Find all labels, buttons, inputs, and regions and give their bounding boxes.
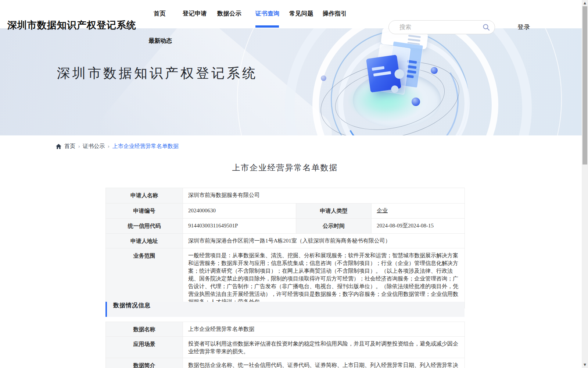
breadcrumb-separator: › bbox=[78, 144, 80, 149]
search-icon[interactable] bbox=[483, 24, 490, 31]
page: 深圳市数据知识产权登记系统 首页 登记申请 数据公示 证书查询 常见问题 操作指… bbox=[0, 0, 588, 368]
breadcrumb-certificate-publicity[interactable]: 证书公示 bbox=[83, 143, 105, 150]
nav-item-data-publicity[interactable]: 数据公示 bbox=[217, 10, 241, 18]
applicant-type-value: 企业 bbox=[377, 208, 388, 213]
scrollbar-thumb[interactable] bbox=[582, 6, 587, 164]
field-label: 申请人名称 bbox=[106, 188, 183, 204]
hero-ticket-icon bbox=[366, 55, 401, 93]
field-value: 2024-08-09至2024-08-15 bbox=[372, 219, 465, 234]
dataset-info-table: 数据名称 上市企业经营异常名单数据 应用场景 投资者可以利用这些数据来评估潜在投… bbox=[105, 322, 465, 368]
field-label: 数据名称 bbox=[106, 322, 183, 337]
field-value: 一般经营项目是：从事数据采集、清洗、挖掘、分析和展现服务；软件开发和运营；智慧城… bbox=[183, 248, 465, 308]
field-value: 91440300311649501P bbox=[183, 219, 296, 234]
table-row: 数据名称 上市企业经营异常名单数据 bbox=[106, 322, 465, 337]
breadcrumb-home[interactable]: 首页 bbox=[64, 143, 75, 150]
active-nav-underline bbox=[255, 25, 279, 28]
table-row: 申请编号 2024000630 申请人类型 企业 bbox=[106, 204, 465, 219]
applicant-info-table: 申请人名称 深圳市前海数据服务有限公司 申请编号 2024000630 申请人类… bbox=[105, 188, 465, 308]
nav-item-latest-news[interactable]: 最新动态 bbox=[148, 37, 172, 45]
field-label: 公示时间 bbox=[296, 219, 372, 234]
field-value: 2024000630 bbox=[183, 204, 296, 219]
home-icon bbox=[56, 144, 61, 149]
nav-item-home[interactable]: 首页 bbox=[154, 10, 166, 18]
nav-item-guide[interactable]: 操作指引 bbox=[323, 10, 347, 18]
field-value: 深圳市前海数据服务有限公司 bbox=[183, 188, 465, 204]
field-value: 上市企业经营异常名单数据 bbox=[183, 322, 465, 337]
scrollbar-up-arrow-icon[interactable]: ▲ bbox=[582, 0, 588, 6]
table-row: 数据简介 数据包括企业名称、统一社会信用代码、证券代码、证券简称、上市日期、列入… bbox=[106, 358, 465, 368]
field-label: 统一信用代码 bbox=[106, 219, 183, 234]
login-link[interactable]: 登录 bbox=[517, 23, 530, 31]
field-label: 申请编号 bbox=[106, 204, 183, 219]
vertical-scrollbar[interactable]: ▲ ▼ bbox=[582, 0, 588, 368]
table-row: 统一信用代码 91440300311649501P 公示时间 2024-08-0… bbox=[106, 219, 465, 234]
table-row: 业务范围 一般经营项目是：从事数据采集、清洗、挖掘、分析和展现服务；软件开发和运… bbox=[106, 248, 465, 308]
table-row: 应用场景 投资者可以利用这些数据来评估潜在投资对象的稳定性和信用风险，并且可及时… bbox=[106, 337, 465, 358]
field-label: 申请人类型 bbox=[296, 204, 372, 219]
hero-sphere bbox=[431, 67, 438, 74]
table-row: 申请人名称 深圳市前海数据服务有限公司 bbox=[106, 188, 465, 204]
field-label: 数据简介 bbox=[106, 358, 183, 368]
hero-banner: 深圳市数据知识产权登记系统 bbox=[0, 28, 582, 135]
table-row: 申请人地址 深圳市前海深港合作区前湾一路1号A栋201室（入驻深圳市前海商务秘书… bbox=[106, 234, 465, 248]
field-value: 数据包括企业名称、统一社会信用代码、证券代码、证券简称、上市日期、列入经营异常日… bbox=[183, 358, 465, 368]
search-box[interactable] bbox=[388, 20, 495, 34]
nav-item-register[interactable]: 登记申请 bbox=[183, 10, 207, 18]
field-value: 投资者可以利用这些数据来评估潜在投资对象的稳定性和信用风险，并且可及时调整投资组… bbox=[183, 337, 465, 358]
breadcrumb: 首页 › 证书公示 › 上市企业经营异常名单数据 bbox=[56, 143, 179, 150]
hero-title: 深圳市数据知识产权登记系统 bbox=[57, 64, 258, 82]
page-title: 上市企业经营异常名单数据 bbox=[105, 162, 465, 173]
field-value: 深圳市前海深港合作区前湾一路1号A栋201室（入驻深圳市前海商务秘书有限公司） bbox=[183, 234, 465, 248]
breadcrumb-current[interactable]: 上市企业经营异常名单数据 bbox=[112, 143, 179, 150]
field-value: 企业 bbox=[372, 204, 465, 219]
breadcrumb-separator: › bbox=[108, 144, 109, 149]
field-label: 申请人地址 bbox=[106, 234, 183, 248]
section-header-data-info: 数据情况信息 bbox=[105, 302, 465, 317]
hero-sphere bbox=[321, 75, 326, 81]
field-label: 业务范围 bbox=[106, 248, 183, 308]
site-logo: 深圳市数据知识产权登记系统 bbox=[7, 19, 136, 32]
nav-item-faq[interactable]: 常见问题 bbox=[289, 10, 313, 18]
hero-sphere bbox=[412, 98, 420, 106]
search-input[interactable] bbox=[399, 21, 485, 34]
nav-item-certificate-query[interactable]: 证书查询 bbox=[255, 10, 280, 18]
scrollbar-down-arrow-icon[interactable]: ▼ bbox=[582, 362, 588, 368]
field-label: 应用场景 bbox=[106, 337, 183, 358]
